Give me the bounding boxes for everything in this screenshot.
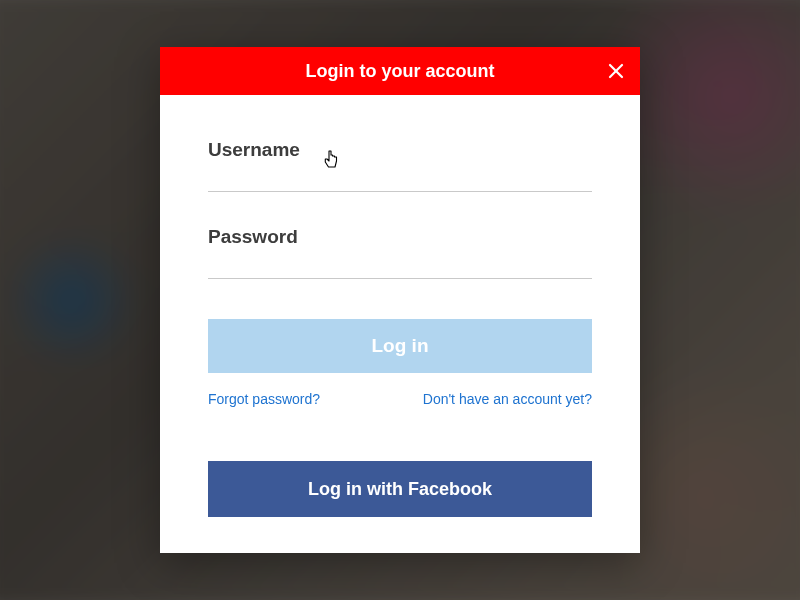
login-modal: Login to your account Username Password … [160,47,640,553]
password-label: Password [208,226,592,248]
password-field-group: Password [208,226,592,279]
modal-header: Login to your account [160,47,640,95]
username-label: Username [208,139,592,161]
username-input[interactable] [208,163,592,192]
close-icon [608,63,624,79]
modal-body: Username Password Log in Forgot password… [160,95,640,553]
links-row: Forgot password? Don't have an account y… [208,391,592,407]
facebook-login-button[interactable]: Log in with Facebook [208,461,592,517]
login-button[interactable]: Log in [208,319,592,373]
signup-link[interactable]: Don't have an account yet? [423,391,592,407]
modal-title: Login to your account [306,61,495,82]
forgot-password-link[interactable]: Forgot password? [208,391,320,407]
close-button[interactable] [602,57,630,85]
password-input[interactable] [208,250,592,279]
username-field-group: Username [208,139,592,192]
